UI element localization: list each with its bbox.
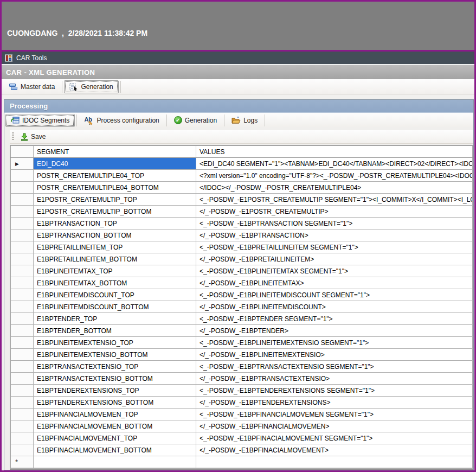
row-selector-cell[interactable]	[11, 218, 34, 229]
segment-cell[interactable]: E1POSTR_CREATEMULTIP_BOTTOM	[34, 206, 196, 218]
row-selector-cell[interactable]	[11, 385, 34, 397]
table-row[interactable]: POSTR_CREATEMULTIPLE04_BOTTOM </IDOC></_…	[11, 182, 473, 194]
segment-cell[interactable]: E1BPTENDER_BOTTOM	[34, 325, 196, 337]
values-cell[interactable]: <_-POSDW_-E1BPLINEITEMEXTENSIO SEGMENT="…	[196, 337, 473, 349]
values-cell[interactable]	[196, 456, 473, 468]
tab-logs[interactable]: Logs	[226, 114, 263, 127]
table-row[interactable]: POSTR_CREATEMULTIPLE04_TOP <?xml version…	[11, 170, 473, 182]
row-selector-cell[interactable]	[11, 313, 34, 325]
row-selector-cell[interactable]	[11, 277, 34, 289]
tab-generation-inner[interactable]: ✓ Generation	[169, 114, 222, 127]
values-cell[interactable]: <EDI_DC40 SEGMENT="1"><TABNAM>EDI_DC40</…	[196, 158, 473, 170]
table-row[interactable]: E1BPFINACIALMOVEMENT_BOTTOM </_-POSDW_-E…	[11, 444, 473, 456]
segment-cell[interactable]: E1BPFINANCIALMOVEMEN_BOTTOM	[34, 420, 196, 432]
table-row[interactable]: ▶ EDI_DC40 <EDI_DC40 SEGMENT="1"><TABNAM…	[11, 158, 473, 170]
row-selector-cell[interactable]	[11, 301, 34, 313]
segment-cell[interactable]: E1BPTRANSACTION_TOP	[34, 218, 196, 229]
values-cell[interactable]: <_-POSDW_-E1BPRETAILLINEITEM SEGMENT="1"…	[196, 241, 473, 253]
row-selector-cell[interactable]	[11, 373, 34, 385]
values-cell[interactable]: </_-POSDW_-E1BPTRANSACTEXTENSIO>	[196, 373, 473, 385]
segment-cell[interactable]: E1BPTRANSACTION_BOTTOM	[34, 229, 196, 241]
segment-cell[interactable]: E1BPLINEITEMDISCOUNT_BOTTOM	[34, 301, 196, 313]
values-cell[interactable]: <_-POSDW_-E1BPTRANSACTEXTENSIO SEGMENT="…	[196, 361, 473, 373]
segment-cell[interactable]: E1BPTENDEREXTENSIONS_TOP	[34, 385, 196, 397]
segment-cell[interactable]	[34, 456, 196, 468]
row-selector-cell[interactable]	[11, 325, 34, 337]
values-cell[interactable]: </_-POSDW_-E1BPLINEITEMEXTENSIO>	[196, 349, 473, 361]
table-row[interactable]: E1BPLINEITEMEXTENSIO_BOTTOM </_-POSDW_-E…	[11, 349, 473, 361]
values-cell[interactable]: <_-POSDW_-E1POSTR_CREATEMULTIP SEGMENT="…	[196, 194, 473, 206]
segment-cell[interactable]: E1BPTENDER_TOP	[34, 313, 196, 325]
table-row[interactable]: E1BPFINACIALMOVEMENT_TOP <_-POSDW_-E1BPF…	[11, 432, 473, 444]
values-cell[interactable]: </_-POSDW_-E1BPLINEITEMDISCOUNT>	[196, 301, 473, 313]
table-row[interactable]: E1BPTENDER_BOTTOM </_-POSDW_-E1BPTENDER>	[11, 325, 473, 337]
segment-cell[interactable]: E1POSTR_CREATEMULTIP_TOP	[34, 194, 196, 206]
row-selector-cell[interactable]	[11, 349, 34, 361]
table-row[interactable]: E1BPLINEITEMDISCOUNT_BOTTOM </_-POSDW_-E…	[11, 301, 473, 313]
values-cell[interactable]: <_-POSDW_-E1BPTENDER SEGMENT="1">	[196, 313, 473, 325]
segment-cell[interactable]: E1BPFINACIALMOVEMENT_BOTTOM	[34, 444, 196, 456]
table-row[interactable]: E1BPLINEITEMEXTENSIO_TOP <_-POSDW_-E1BPL…	[11, 337, 473, 349]
row-selector-cell[interactable]: ▶	[11, 158, 34, 170]
tab-master-data[interactable]: Master data	[4, 80, 60, 93]
values-cell[interactable]: </_-POSDW_-E1BPLINEITEMTAX>	[196, 277, 473, 289]
new-row[interactable]: *	[11, 456, 473, 468]
values-cell[interactable]: </_-POSDW_-E1POSTR_CREATEMULTIP>	[196, 206, 473, 218]
table-row[interactable]: E1BPTRANSACTEXTENSIO_BOTTOM </_-POSDW_-E…	[11, 373, 473, 385]
table-row[interactable]: E1BPTENDEREXTENSIONS_BOTTOM </_-POSDW_-E…	[11, 397, 473, 409]
values-cell[interactable]: </_-POSDW_-E1BPTENDER>	[196, 325, 473, 337]
values-cell[interactable]: </IDOC></_-POSDW_-POSTR_CREATEMULTIPLE04…	[196, 182, 473, 194]
toolbar-grip-handle[interactable]	[12, 132, 14, 141]
table-row[interactable]: E1BPTRANSACTEXTENSIO_TOP <_-POSDW_-E1BPT…	[11, 361, 473, 373]
values-cell[interactable]: <_-POSDW_-E1BPLINEITEMTAX SEGMENT="1">	[196, 265, 473, 277]
row-selector-cell[interactable]	[11, 432, 34, 444]
values-cell[interactable]: </_-POSDW_-E1BPFINANCIALMOVEMEN>	[196, 420, 473, 432]
table-row[interactable]: E1BPRETAILLINEITEM_TOP <_-POSDW_-E1BPRET…	[11, 241, 473, 253]
segment-cell[interactable]: E1BPLINEITEMTAX_BOTTOM	[34, 277, 196, 289]
table-row[interactable]: E1BPFINANCIALMOVEMEN_TOP <_-POSDW_-E1BPF…	[11, 409, 473, 420]
table-row[interactable]: E1POSTR_CREATEMULTIP_BOTTOM </_-POSDW_-E…	[11, 206, 473, 218]
segment-cell[interactable]: POSTR_CREATEMULTIPLE04_TOP	[34, 170, 196, 182]
table-row[interactable]: E1POSTR_CREATEMULTIP_TOP <_-POSDW_-E1POS…	[11, 194, 473, 206]
segment-cell[interactable]: E1BPRETAILLINEITEM_BOTTOM	[34, 253, 196, 265]
segment-cell[interactable]: E1BPFINACIALMOVEMENT_TOP	[34, 432, 196, 444]
segment-cell[interactable]: E1BPTRANSACTEXTENSIO_TOP	[34, 361, 196, 373]
segment-cell[interactable]: E1BPRETAILLINEITEM_TOP	[34, 241, 196, 253]
values-cell[interactable]: </_-POSDW_-E1BPRETAILLINEITEM>	[196, 253, 473, 265]
row-selector-cell[interactable]	[11, 409, 34, 420]
segment-cell[interactable]: E1BPLINEITEMEXTENSIO_TOP	[34, 337, 196, 349]
values-cell[interactable]: <_-POSDW_-E1BPTENDEREXTENSIONS SEGMENT="…	[196, 385, 473, 397]
row-selector-cell[interactable]	[11, 397, 34, 409]
segment-cell[interactable]: EDI_DC40	[34, 158, 196, 170]
row-selector-cell[interactable]	[11, 361, 34, 373]
row-selector-cell[interactable]	[11, 444, 34, 456]
values-cell[interactable]: <_-POSDW_-E1BPLINEITEMDISCOUNT SEGMENT="…	[196, 289, 473, 301]
values-cell[interactable]: <_-POSDW_-E1BPFINACIALMOVEMENT SEGMENT="…	[196, 432, 473, 444]
values-cell[interactable]: <_-POSDW_-E1BPTRANSACTION SEGMENT="1">	[196, 218, 473, 229]
row-selector-cell[interactable]	[11, 337, 34, 349]
row-selector-cell[interactable]	[11, 420, 34, 432]
table-row[interactable]: E1BPTENDER_TOP <_-POSDW_-E1BPTENDER SEGM…	[11, 313, 473, 325]
table-row[interactable]: E1BPFINANCIALMOVEMEN_BOTTOM </_-POSDW_-E…	[11, 420, 473, 432]
row-selector-cell[interactable]	[11, 206, 34, 218]
row-selector-cell[interactable]	[11, 265, 34, 277]
row-selector-cell[interactable]	[11, 170, 34, 182]
values-column-header[interactable]: VALUES	[196, 146, 473, 158]
segment-cell[interactable]: POSTR_CREATEMULTIPLE04_BOTTOM	[34, 182, 196, 194]
segment-cell[interactable]: E1BPLINEITEMEXTENSIO_BOTTOM	[34, 349, 196, 361]
row-selector-cell[interactable]	[11, 253, 34, 265]
save-button[interactable]: Save	[16, 131, 50, 143]
values-cell[interactable]: </_-POSDW_-E1BPTENDEREXTENSIONS>	[196, 397, 473, 409]
table-row[interactable]: E1BPLINEITEMDISCOUNT_TOP <_-POSDW_-E1BPL…	[11, 289, 473, 301]
table-row[interactable]: E1BPRETAILLINEITEM_BOTTOM </_-POSDW_-E1B…	[11, 253, 473, 265]
segment-cell[interactable]: E1BPFINANCIALMOVEMEN_TOP	[34, 409, 196, 420]
values-cell[interactable]: </_-POSDW_-E1BPTRANSACTION>	[196, 229, 473, 241]
table-row[interactable]: E1BPTRANSACTION_BOTTOM </_-POSDW_-E1BPTR…	[11, 229, 473, 241]
segment-cell[interactable]: E1BPLINEITEMTAX_TOP	[34, 265, 196, 277]
values-cell[interactable]: <?xml version="1.0" encoding="UTF-8"?><_…	[196, 170, 473, 182]
values-cell[interactable]: <_-POSDW_-E1BPFINANCIALMOVEMEN SEGMENT="…	[196, 409, 473, 420]
segment-column-header[interactable]: SEGMENT	[34, 146, 196, 158]
row-selector-cell[interactable]	[11, 241, 34, 253]
row-selector-cell[interactable]	[11, 194, 34, 206]
segment-cell[interactable]: E1BPLINEITEMDISCOUNT_TOP	[34, 289, 196, 301]
